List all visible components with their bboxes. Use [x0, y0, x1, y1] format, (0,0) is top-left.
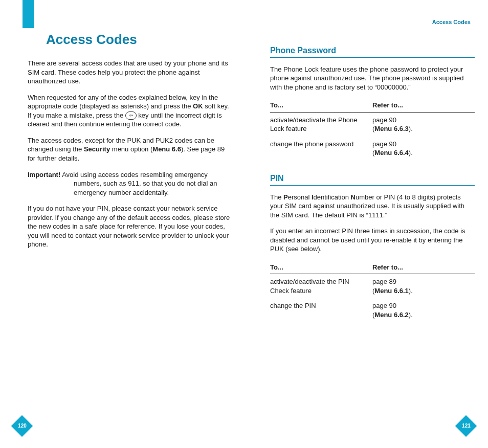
col-to: To... [270, 99, 372, 112]
side-tab [23, 0, 34, 28]
intro-paragraph-2: When requested for any of the codes expl… [28, 93, 232, 129]
table-row: change the PIN page 90(Menu 6.6.2). [270, 298, 475, 322]
pin-intro: The Personal Identification Number or PI… [270, 193, 475, 220]
phone-password-table: To... Refer to... activate/deactivate th… [270, 99, 475, 161]
page-title: Access Codes [28, 31, 232, 49]
table-row: activate/deactivate the PIN Check featur… [270, 274, 475, 299]
page-number-right: 121 [458, 418, 474, 434]
table-header-row: To... Refer to... [270, 261, 475, 274]
right-column: Phone Password The Phone Lock feature us… [270, 45, 475, 335]
intro-paragraph-4: If you do not have your PIN, please cont… [28, 204, 232, 249]
table-header-row: To... Refer to... [270, 99, 475, 112]
intro-paragraph-3: The access codes, except for the PUK and… [28, 136, 232, 163]
table-row: change the phone password page 90(Menu 6… [270, 137, 475, 161]
running-header: Access Codes [432, 18, 471, 26]
section-heading-pin: PIN [270, 173, 475, 186]
table-row: activate/deactivate the Phone Lock featu… [270, 112, 475, 137]
pin-paragraph-2: If you enter an incorrect PIN three time… [270, 227, 475, 254]
phone-password-intro: The Phone Lock feature uses the phone pa… [270, 65, 475, 92]
col-refer: Refer to... [372, 261, 475, 274]
important-note: Important! Avoid using access codes rese… [28, 170, 232, 197]
back-key-icon: ⇦ [125, 111, 137, 120]
left-column: Access Codes There are several access co… [28, 31, 232, 256]
col-refer: Refer to... [372, 99, 475, 112]
col-to: To... [270, 261, 372, 274]
page-number-left: 120 [14, 418, 30, 434]
section-heading-phone-password: Phone Password [270, 45, 475, 58]
pin-table: To... Refer to... activate/deactivate th… [270, 261, 475, 323]
intro-paragraph-1: There are several access codes that are … [28, 59, 232, 86]
